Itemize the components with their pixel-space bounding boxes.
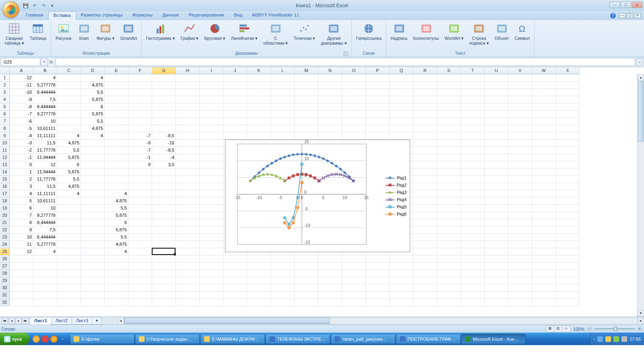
column-header[interactable]: U bbox=[485, 67, 508, 74]
cell[interactable] bbox=[128, 169, 152, 176]
cell[interactable] bbox=[81, 241, 105, 248]
cell[interactable] bbox=[508, 96, 532, 103]
cell[interactable] bbox=[556, 125, 580, 132]
cell[interactable]: -1 bbox=[128, 154, 152, 161]
row-header[interactable]: 2 bbox=[0, 82, 10, 89]
taskbar-button[interactable]: I:\Творческое задан… bbox=[135, 334, 200, 344]
cell[interactable] bbox=[413, 183, 437, 190]
cell[interactable] bbox=[342, 82, 366, 89]
cell[interactable] bbox=[247, 111, 271, 118]
row-header[interactable]: 19 bbox=[0, 205, 10, 212]
cell[interactable] bbox=[152, 89, 176, 96]
cell[interactable] bbox=[10, 284, 33, 292]
cell[interactable] bbox=[532, 299, 556, 306]
cell[interactable] bbox=[318, 255, 342, 263]
cell[interactable] bbox=[437, 161, 461, 169]
cell[interactable] bbox=[176, 190, 200, 197]
cell[interactable] bbox=[152, 212, 176, 219]
cell[interactable] bbox=[128, 125, 152, 132]
cell[interactable] bbox=[508, 161, 532, 169]
cell[interactable] bbox=[57, 241, 81, 248]
cell[interactable] bbox=[247, 255, 271, 263]
cell[interactable] bbox=[176, 140, 200, 147]
cell[interactable] bbox=[295, 292, 318, 299]
cell[interactable] bbox=[413, 226, 437, 234]
cell[interactable] bbox=[105, 161, 128, 169]
column-header[interactable]: H bbox=[176, 67, 200, 74]
cell[interactable] bbox=[532, 169, 556, 176]
cell[interactable] bbox=[295, 82, 318, 89]
row-header[interactable]: 27 bbox=[0, 263, 10, 270]
cell[interactable] bbox=[461, 125, 485, 132]
column-header[interactable]: W bbox=[532, 67, 556, 74]
cell[interactable] bbox=[57, 103, 81, 111]
cell[interactable] bbox=[105, 277, 128, 284]
cell[interactable] bbox=[342, 255, 366, 263]
row-header[interactable]: 7 bbox=[0, 118, 10, 125]
cell[interactable] bbox=[390, 255, 413, 263]
cell[interactable] bbox=[200, 248, 223, 255]
row-header[interactable]: 9 bbox=[0, 132, 10, 140]
ribbon-tab[interactable]: Формулы bbox=[128, 11, 157, 20]
cell[interactable] bbox=[105, 125, 128, 132]
cell[interactable] bbox=[152, 284, 176, 292]
cell[interactable] bbox=[413, 284, 437, 292]
cell[interactable] bbox=[556, 270, 580, 277]
cell[interactable] bbox=[556, 82, 580, 89]
cell[interactable] bbox=[57, 82, 81, 89]
cell[interactable] bbox=[105, 74, 128, 82]
cell[interactable] bbox=[176, 248, 200, 255]
cell[interactable] bbox=[485, 255, 508, 263]
cell[interactable]: -8 bbox=[10, 103, 33, 111]
cell[interactable] bbox=[105, 183, 128, 190]
cell[interactable] bbox=[33, 277, 57, 284]
cell[interactable] bbox=[390, 111, 413, 118]
row-header[interactable]: 28 bbox=[0, 270, 10, 277]
cell[interactable] bbox=[342, 284, 366, 292]
cell[interactable] bbox=[200, 263, 223, 270]
cell[interactable] bbox=[413, 255, 437, 263]
cell[interactable]: 4,875 bbox=[57, 183, 81, 190]
cell[interactable] bbox=[223, 74, 247, 82]
cell[interactable] bbox=[485, 140, 508, 147]
cell[interactable] bbox=[485, 118, 508, 125]
cell[interactable] bbox=[81, 248, 105, 255]
cell[interactable] bbox=[247, 96, 271, 103]
ribbon-tab[interactable]: Данные bbox=[157, 11, 184, 20]
sheet-tab[interactable]: Лист2 bbox=[51, 317, 72, 325]
cell[interactable] bbox=[556, 74, 580, 82]
cell[interactable] bbox=[57, 205, 81, 212]
cell[interactable]: 8,444444 bbox=[33, 103, 57, 111]
cell[interactable] bbox=[57, 234, 81, 241]
cell[interactable] bbox=[128, 234, 152, 241]
cell[interactable] bbox=[152, 277, 176, 284]
cell[interactable] bbox=[271, 96, 295, 103]
cell[interactable] bbox=[295, 263, 318, 270]
cell[interactable] bbox=[81, 176, 105, 183]
row-header[interactable]: 5 bbox=[0, 103, 10, 111]
doc-close-button[interactable]: ✕ bbox=[634, 13, 641, 18]
row-header[interactable]: 18 bbox=[0, 197, 10, 205]
cell[interactable] bbox=[461, 241, 485, 248]
cell[interactable] bbox=[223, 132, 247, 140]
cell[interactable]: 4 bbox=[81, 74, 105, 82]
cell[interactable] bbox=[318, 292, 342, 299]
cell[interactable] bbox=[485, 89, 508, 96]
cell[interactable] bbox=[485, 197, 508, 205]
cell[interactable] bbox=[33, 292, 57, 299]
cell[interactable] bbox=[461, 299, 485, 306]
cell[interactable] bbox=[223, 96, 247, 103]
cell[interactable] bbox=[81, 263, 105, 270]
ribbon-button[interactable]: Гиперссылка bbox=[354, 21, 384, 41]
cell[interactable]: 10,61111 bbox=[33, 125, 57, 132]
ribbon-button[interactable]: Клип bbox=[75, 21, 93, 41]
minimize-button[interactable]: — bbox=[609, 2, 620, 8]
cell[interactable] bbox=[81, 255, 105, 263]
cell[interactable] bbox=[295, 284, 318, 292]
cell[interactable] bbox=[532, 103, 556, 111]
cell[interactable] bbox=[413, 132, 437, 140]
cell[interactable] bbox=[366, 118, 390, 125]
column-header[interactable]: Q bbox=[390, 67, 413, 74]
cell[interactable] bbox=[532, 82, 556, 89]
cell[interactable] bbox=[413, 103, 437, 111]
